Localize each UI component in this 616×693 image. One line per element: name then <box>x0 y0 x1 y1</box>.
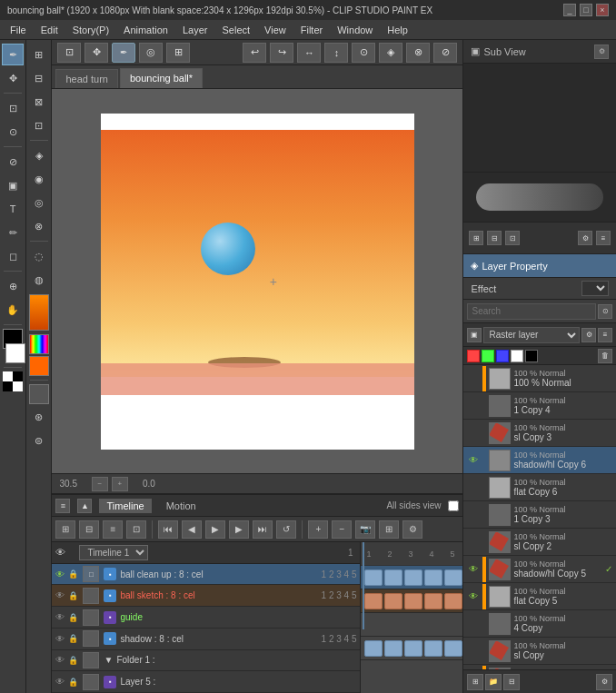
tl-btn-camera[interactable]: 📷 <box>355 520 375 539</box>
tl-btn-prev-frame[interactable]: ⏮ <box>158 520 178 539</box>
rl-eye-6[interactable] <box>467 536 480 549</box>
layer-bottom-btn-2[interactable]: 📁 <box>485 674 502 690</box>
frame-cell-3-2[interactable] <box>384 640 402 657</box>
tool-option-7[interactable]: ◎ <box>28 192 50 213</box>
hue-selector[interactable] <box>29 334 49 354</box>
tool-eraser[interactable]: ◻ <box>2 245 24 267</box>
tl-lock-0[interactable]: 🔒 <box>68 569 78 579</box>
layer-type-more-btn[interactable]: ≡ <box>598 328 612 342</box>
tl-lock-2[interactable]: 🔒 <box>68 613 78 622</box>
tool-option-5[interactable]: ◈ <box>28 144 50 166</box>
frame-cell-3-5[interactable] <box>444 640 462 657</box>
frame-cell-1-4[interactable] <box>424 593 442 609</box>
tl-btn-settings[interactable]: ⚙ <box>402 520 422 539</box>
tl-eye-5[interactable]: 👁 <box>55 677 65 687</box>
rl-eye-9[interactable] <box>467 618 480 630</box>
color-box-red[interactable] <box>467 350 480 362</box>
tool-lasso[interactable]: ⊙ <box>2 121 24 143</box>
frame-cell-3-4[interactable] <box>424 640 442 657</box>
tl-lock-4[interactable]: 🔒 <box>68 656 78 665</box>
canvas-tool-5[interactable]: ↔ <box>297 43 321 63</box>
tool-option-6[interactable]: ◉ <box>28 168 50 190</box>
right-layer-row-9[interactable]: 100 % Normal 4 Copy <box>463 610 616 638</box>
timeline-layer-row-4[interactable]: 👁 🔒 ▼ Folder 1 : <box>52 650 360 672</box>
color-box-green[interactable] <box>482 350 494 362</box>
right-layer-row-7[interactable]: 👁 100 % Normal shadow/hl Copy 5 ✓ <box>463 556 616 583</box>
timeline-menu-btn[interactable]: ≡ <box>55 499 70 513</box>
tool-select[interactable]: ⊡ <box>2 97 24 119</box>
close-button[interactable]: × <box>596 4 609 16</box>
rl-eye-8[interactable]: 👁 <box>467 590 480 603</box>
canvas-tool-active[interactable]: ✒ <box>112 43 135 63</box>
frame-cell-1-1[interactable] <box>364 593 383 609</box>
tool-option-1[interactable]: ⊞ <box>28 44 50 65</box>
tl-btn-play[interactable]: ▶ <box>205 520 225 539</box>
layer-type-settings-btn[interactable]: ⚙ <box>581 328 596 342</box>
all-sides-checkbox[interactable] <box>448 500 459 511</box>
layer-filter-btn[interactable]: ⊙ <box>598 304 612 319</box>
canvas-container[interactable]: + <box>52 89 462 473</box>
rl-eye-0[interactable] <box>467 372 480 385</box>
color-box-white[interactable] <box>511 350 523 362</box>
right-layer-row-2[interactable]: 100 % Normal sl Copy 3 <box>463 420 616 447</box>
zoom-in-btn[interactable]: + <box>112 477 128 491</box>
checkerboard-icon[interactable] <box>3 371 23 391</box>
timeline-toggle-btn[interactable]: ▲ <box>77 499 92 513</box>
tool-option-10[interactable]: ◍ <box>28 269 50 291</box>
rl-eye-3[interactable]: 👁 <box>467 454 480 467</box>
color-gradient[interactable] <box>29 294 49 331</box>
tl-lock-3[interactable]: 🔒 <box>68 634 78 643</box>
right-layer-row-8[interactable]: 👁 100 % Normal flat Copy 5 <box>463 583 616 610</box>
rl-eye-10[interactable] <box>467 645 480 658</box>
frame-cell-0-1[interactable] <box>364 569 383 586</box>
tool-text[interactable]: T <box>2 198 24 220</box>
canvas-tool-2[interactable]: ✥ <box>84 43 108 63</box>
right-layer-row-6[interactable]: 100 % Normal sl Copy 2 <box>463 529 616 556</box>
layer-search-input[interactable] <box>467 303 596 320</box>
rl-eye-1[interactable] <box>467 400 480 412</box>
minimize-button[interactable]: _ <box>563 4 576 16</box>
tool-option-8[interactable]: ⊗ <box>28 215 50 237</box>
tool-option-12[interactable]: ⊜ <box>28 430 50 451</box>
tl-eye-3[interactable]: 👁 <box>55 634 65 644</box>
menu-file[interactable]: File <box>4 23 33 37</box>
sub-view-settings-btn[interactable]: ⚙ <box>594 45 609 59</box>
tl-eye-4[interactable]: 👁 <box>55 655 65 665</box>
tl-eye-0[interactable]: 👁 <box>55 569 65 579</box>
right-layer-row-0[interactable]: 100 % Normal 100 % Normal <box>463 365 616 392</box>
canvas-tool-1[interactable]: ⊡ <box>57 43 81 63</box>
tl-btn-4[interactable]: ⊡ <box>126 520 146 539</box>
maximize-button[interactable]: □ <box>580 4 592 16</box>
color-box-blue[interactable] <box>496 350 509 362</box>
tl-btn-1[interactable]: ⊞ <box>55 520 75 539</box>
tl-btn-add-key[interactable]: + <box>308 520 328 539</box>
tool-option-4[interactable]: ⊡ <box>28 114 50 136</box>
frame-cell-3-3[interactable] <box>404 640 422 657</box>
rl-eye-5[interactable] <box>467 509 480 521</box>
frame-cell-0-4[interactable] <box>424 569 442 586</box>
color-bar-trash-btn[interactable]: 🗑 <box>598 349 612 363</box>
canvas-tool-8[interactable]: ◈ <box>379 43 402 63</box>
menu-edit[interactable]: Edit <box>35 23 65 37</box>
timeline-selector[interactable]: Timeline 1 <box>79 545 148 560</box>
frame-cell-0-5[interactable] <box>444 569 462 586</box>
tool-pen[interactable]: ✒ <box>2 44 24 65</box>
right-layer-row-3[interactable]: 👁 100 % Normal shadow/hl Copy 6 <box>463 447 616 474</box>
tool-option-3[interactable]: ⊠ <box>28 91 50 113</box>
tool-brush[interactable]: ✏ <box>2 222 24 243</box>
frame-cell-1-2[interactable] <box>384 593 402 609</box>
menu-animation[interactable]: Animation <box>117 23 174 37</box>
tl-btn-back[interactable]: ◀ <box>182 520 202 539</box>
canvas-tool-10[interactable]: ⊘ <box>433 43 457 63</box>
canvas-tool-redo[interactable]: ↪ <box>270 43 293 63</box>
right-layer-row-5[interactable]: 100 % Normal 1 Copy 3 <box>463 501 616 529</box>
brush-opt-1[interactable]: ⊞ <box>469 231 483 245</box>
canvas-tool-7[interactable]: ⊙ <box>352 43 375 63</box>
tl-btn-export[interactable]: ⊞ <box>379 520 399 539</box>
canvas-tool-undo[interactable]: ↩ <box>243 43 266 63</box>
current-color[interactable] <box>29 356 49 376</box>
right-layer-row-10[interactable]: 100 % Normal sl Copy <box>463 638 616 665</box>
tl-btn-next-frame[interactable]: ⏭ <box>253 520 273 539</box>
brush-opt-4[interactable]: ⚙ <box>578 231 592 245</box>
zoom-out-btn[interactable]: − <box>92 477 108 491</box>
